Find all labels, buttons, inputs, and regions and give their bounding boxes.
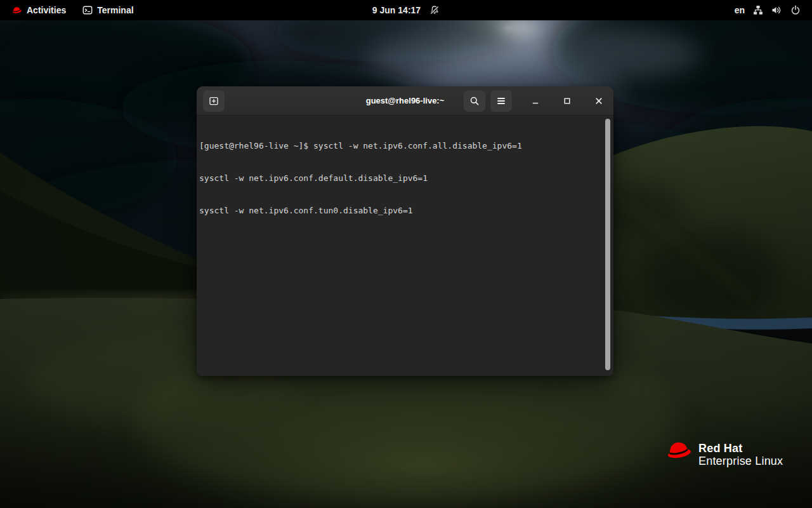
system-status-menu[interactable]: en bbox=[728, 0, 807, 20]
headerbar-controls bbox=[464, 90, 607, 112]
brand-product-edition: Enterprise Linux bbox=[698, 455, 783, 467]
top-bar: Activities Terminal 9 Jun 14:17 bbox=[0, 0, 812, 20]
terminal-app-icon bbox=[82, 5, 93, 15]
clock-label: 9 Jun 14:17 bbox=[372, 5, 421, 15]
terminal-scrollbar[interactable] bbox=[605, 119, 610, 370]
redhat-logo-icon bbox=[11, 6, 22, 15]
topbar-left: Activities Terminal bbox=[0, 0, 140, 20]
brand-product-name: Red Hat bbox=[698, 442, 783, 455]
volume-icon bbox=[771, 5, 782, 15]
maximize-button[interactable] bbox=[559, 93, 575, 109]
search-icon bbox=[469, 96, 480, 106]
menu-button[interactable] bbox=[490, 90, 512, 112]
app-menu-label: Terminal bbox=[97, 5, 133, 15]
terminal-headerbar[interactable]: guest@rhel96-live:~ bbox=[197, 86, 613, 116]
app-menu-terminal[interactable]: Terminal bbox=[76, 0, 140, 20]
minimize-icon bbox=[530, 96, 540, 106]
topbar-right: en bbox=[728, 0, 812, 20]
minimize-button[interactable] bbox=[527, 93, 544, 109]
activities-label: Activities bbox=[27, 5, 66, 15]
rhel-branding: Red Hat Enterprise Linux bbox=[665, 439, 783, 467]
terminal-output[interactable]: [guest@rhel96-live ~]$ sysctl -w net.ipv… bbox=[197, 116, 613, 375]
maximize-icon bbox=[562, 96, 572, 106]
activities-button[interactable]: Activities bbox=[9, 0, 72, 20]
notifications-off-icon bbox=[429, 5, 440, 15]
terminal-line: [guest@rhel96-live ~]$ sysctl -w net.ipv… bbox=[199, 140, 602, 151]
redhat-fedora-icon bbox=[665, 439, 693, 462]
terminal-line: sysctl -w net.ipv6.conf.tun0.disable_ipv… bbox=[199, 205, 602, 216]
terminal-window: guest@rhel96-live:~ bbox=[197, 86, 613, 376]
hamburger-menu-icon bbox=[497, 97, 506, 105]
keyboard-layout-indicator: en bbox=[735, 5, 745, 15]
wired-network-icon bbox=[753, 5, 763, 15]
clock-button[interactable]: 9 Jun 14:17 bbox=[366, 0, 446, 20]
close-button[interactable] bbox=[591, 93, 607, 109]
power-icon bbox=[790, 5, 801, 15]
close-icon bbox=[594, 96, 604, 106]
new-tab-button[interactable] bbox=[203, 90, 225, 112]
new-tab-icon bbox=[209, 96, 219, 106]
search-button[interactable] bbox=[464, 90, 485, 112]
terminal-line: sysctl -w net.ipv6.conf.default.disable_… bbox=[199, 173, 602, 184]
